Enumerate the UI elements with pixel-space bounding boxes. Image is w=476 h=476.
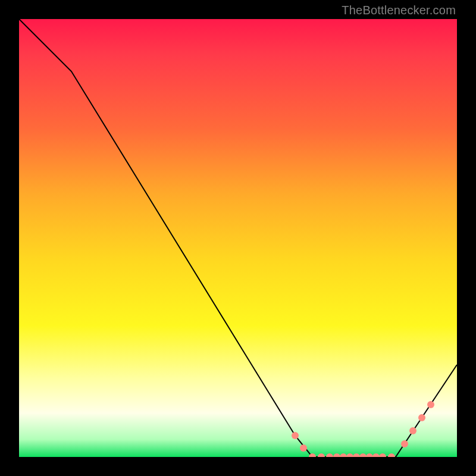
svg-point-4	[326, 453, 333, 457]
chart-container: TheBottlenecker.com	[0, 0, 476, 476]
plot-area	[19, 19, 457, 457]
svg-point-12	[379, 453, 386, 457]
svg-point-14	[401, 440, 408, 447]
curve-line	[19, 19, 457, 457]
svg-point-0	[292, 432, 299, 439]
svg-point-1	[300, 444, 307, 452]
svg-point-9	[359, 453, 367, 457]
svg-point-17	[427, 401, 434, 408]
svg-point-15	[409, 427, 416, 434]
svg-point-10	[366, 453, 373, 457]
svg-point-16	[418, 414, 425, 421]
svg-point-7	[346, 453, 353, 457]
marker-dots	[292, 401, 434, 457]
svg-point-3	[318, 453, 325, 457]
svg-point-13	[388, 453, 395, 457]
svg-point-11	[372, 453, 380, 457]
svg-point-8	[353, 453, 360, 457]
svg-point-5	[333, 453, 340, 457]
chart-svg	[19, 19, 457, 457]
watermark-text: TheBottlenecker.com	[342, 4, 456, 17]
svg-point-6	[340, 453, 347, 457]
